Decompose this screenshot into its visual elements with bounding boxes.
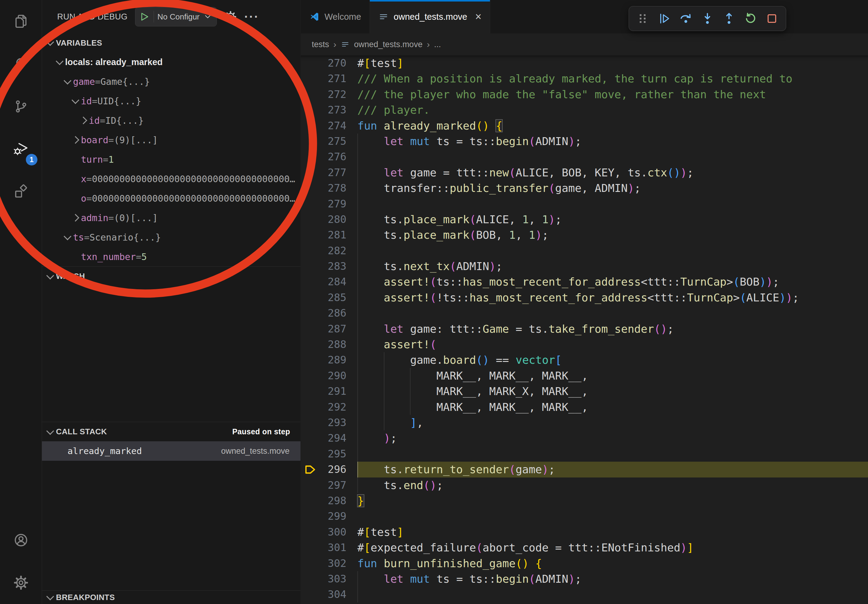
gutter-glyph-margin[interactable] [301,259,320,274]
code-text[interactable]: ts.place_mark(ALICE, 1, 1); [357,212,868,227]
activity-bar-item-files[interactable] [0,0,42,43]
gutter-glyph-margin[interactable] [301,290,320,305]
gutter-glyph-margin[interactable] [301,321,320,337]
code-line-271[interactable]: 271/// When a position is already marked… [301,71,868,87]
gutter-glyph-margin[interactable] [301,431,320,446]
variable-tree-row[interactable]: x = 000000000000000000000000000000000000… [42,169,301,189]
line-number[interactable]: 282 [320,243,346,259]
code-text[interactable]: ts.next_tx(ADMIN); [357,259,868,274]
code-line-304[interactable]: 304 [301,587,868,602]
variable-tree-row[interactable]: id = UID{...} [42,91,301,111]
tree-expand-icon[interactable] [54,59,65,65]
line-number[interactable]: 276 [320,149,346,164]
variable-tree-row[interactable]: o = 000000000000000000000000000000000000… [42,189,301,208]
line-number[interactable]: 297 [320,477,346,493]
code-text[interactable] [357,446,868,462]
line-number[interactable]: 303 [320,571,346,587]
line-number[interactable]: 290 [320,368,346,384]
variable-tree-row[interactable]: txn_number = 5 [42,247,301,266]
gutter-glyph-margin[interactable] [301,118,320,133]
tab-welcome[interactable]: Welcome [301,0,370,34]
current-frame-pointer-icon[interactable] [301,462,320,477]
line-number[interactable]: 279 [320,196,346,212]
activity-bar-item-run-and-debug[interactable]: 1 [0,128,42,170]
breadcrumb-item[interactable]: owned_tests.move [354,40,422,49]
code-line-276[interactable]: 276 [301,149,868,164]
code-line-273[interactable]: 273/// player. [301,102,868,118]
gutter-glyph-margin[interactable] [301,337,320,352]
code-text[interactable]: /// the player who made the "false" move… [357,87,868,102]
line-number[interactable]: 298 [320,493,346,508]
stop-button[interactable] [763,10,781,27]
tree-expand-icon[interactable] [70,215,81,220]
code-text[interactable]: assert!(!ts::has_most_recent_for_address… [357,290,868,305]
code-line-300[interactable]: 300#[test] [301,524,868,540]
activity-bar-item-search[interactable] [0,43,42,85]
gutter-glyph-margin[interactable] [301,227,320,243]
code-text[interactable]: ts.place_mark(BOB, 1, 1); [357,227,868,243]
step-into-button[interactable] [699,10,716,27]
code-text[interactable]: let game = ttt::new(ALICE, BOB, KEY, ts.… [357,165,868,180]
code-line-294[interactable]: 294 ); [301,431,868,446]
line-number[interactable]: 270 [320,55,346,71]
code-line-270[interactable]: 270#[test] [301,55,868,71]
line-number[interactable]: 273 [320,102,346,118]
variable-tree-row[interactable]: board = (9)[...] [42,130,301,150]
code-line-295[interactable]: 295 [301,446,868,462]
line-number[interactable]: 277 [320,165,346,180]
code-line-282[interactable]: 282 [301,243,868,259]
code-line-296[interactable]: 296 ts.return_to_sender(game); [301,462,868,477]
gutter-glyph-margin[interactable] [301,415,320,431]
code-text[interactable]: ts.end(); [357,477,868,493]
gutter-glyph-margin[interactable] [301,180,320,196]
debug-gear-icon[interactable] [224,10,237,23]
code-text[interactable] [357,149,868,164]
code-line-292[interactable]: 292 MARK__, MARK__, MARK__, [301,399,868,415]
breadcrumb-item[interactable]: tests [312,40,329,49]
code-line-297[interactable]: 297 ts.end(); [301,477,868,493]
line-number[interactable]: 292 [320,399,346,415]
call-stack-frame[interactable]: already_markedowned_tests.move [42,441,301,461]
code-text[interactable]: MARK__, MARK_X, MARK__, [357,384,868,399]
code-line-286[interactable]: 286 [301,305,868,321]
line-number[interactable]: 283 [320,259,346,274]
breadcrumb-item[interactable]: ... [434,40,441,49]
gutter-glyph-margin[interactable] [301,399,320,415]
gutter-glyph-margin[interactable] [301,71,320,87]
code-text[interactable] [357,196,868,212]
code-line-281[interactable]: 281 ts.place_mark(BOB, 1, 1); [301,227,868,243]
code-line-301[interactable]: 301#[expected_failure(abort_code = ttt::… [301,540,868,555]
gutter-glyph-margin[interactable] [301,556,320,571]
breadcrumb[interactable]: tests›owned_tests.move›... [301,34,868,55]
code-text[interactable] [357,587,868,602]
gutter-glyph-margin[interactable] [301,571,320,587]
line-number[interactable]: 294 [320,431,346,446]
variable-tree-row[interactable]: locals: already_marked [42,52,301,72]
gutter-glyph-margin[interactable] [301,493,320,508]
step-over-button[interactable] [677,10,694,27]
code-line-274[interactable]: 274fun already_marked() { [301,118,868,133]
line-number[interactable]: 299 [320,508,346,524]
code-text[interactable]: let mut ts = ts::begin(ADMIN); [357,571,868,587]
gutter-glyph-margin[interactable] [301,384,320,399]
step-out-button[interactable] [720,10,738,27]
line-number[interactable]: 300 [320,524,346,540]
tree-expand-icon[interactable] [70,98,81,104]
code-text[interactable]: /// When a position is already marked, t… [357,71,868,87]
call-stack-section-header[interactable]: CALL STACK Paused on step [42,422,301,441]
tree-expand-icon[interactable] [78,118,89,123]
code-line-278[interactable]: 278 transfer::public_transfer(game, ADMI… [301,180,868,196]
code-text[interactable]: /// player. [357,102,868,118]
code-text[interactable]: #[test] [357,524,868,540]
code-line-272[interactable]: 272/// the player who made the "false" m… [301,87,868,102]
code-line-284[interactable]: 284 assert!(ts::has_most_recent_for_addr… [301,274,868,290]
code-text[interactable]: transfer::public_transfer(game, ADMIN); [357,180,868,196]
code-text[interactable] [357,305,868,321]
line-number[interactable]: 289 [320,352,346,368]
gutter-glyph-margin[interactable] [301,274,320,290]
variable-tree-row[interactable]: turn = 1 [42,150,301,169]
line-number[interactable]: 278 [320,180,346,196]
drag-handle-icon[interactable] [634,10,651,27]
code-text[interactable]: #[test] [357,55,868,71]
line-number[interactable]: 287 [320,321,346,337]
